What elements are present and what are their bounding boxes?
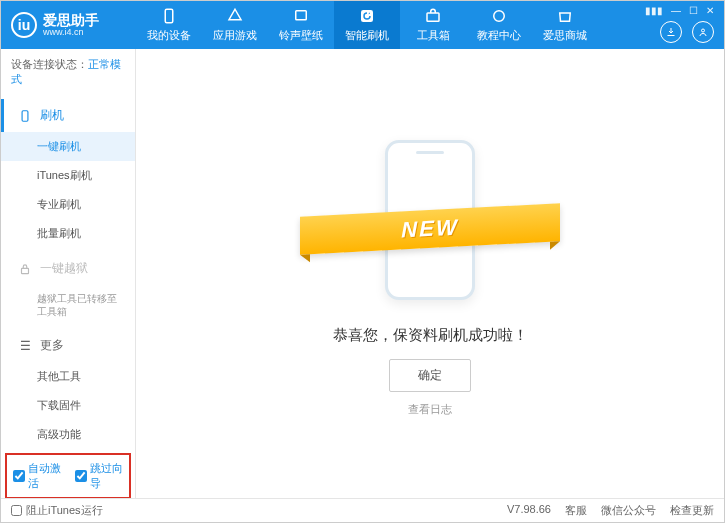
sidebar-flash-section: 刷机 一键刷机 iTunes刷机 专业刷机 批量刷机 [1, 99, 135, 248]
success-illustration: NEW [330, 130, 530, 310]
apps-icon [226, 7, 244, 25]
store-icon [556, 7, 574, 25]
skip-guide-checkbox[interactable]: 跳过向导 [75, 461, 123, 491]
maximize-icon[interactable]: ☐ [689, 5, 698, 16]
stop-itunes-checkbox[interactable]: 阻止iTunes运行 [11, 503, 103, 518]
sidebar-jailbreak-section: 一键越狱 越狱工具已转移至工具箱 [1, 252, 135, 325]
download-icon[interactable] [660, 21, 682, 43]
menu-icon[interactable]: ▮▮▮ [645, 5, 663, 16]
confirm-button[interactable]: 确定 [389, 359, 471, 392]
logo-icon: iu [11, 12, 37, 38]
view-log-link[interactable]: 查看日志 [408, 402, 452, 417]
ribbon-text: NEW [401, 214, 458, 243]
user-icon[interactable] [692, 21, 714, 43]
nav-store[interactable]: 爱思商城 [532, 1, 598, 49]
nav-toolbox[interactable]: 工具箱 [400, 1, 466, 49]
svg-rect-6 [22, 110, 28, 121]
new-ribbon: NEW [300, 203, 560, 255]
nav-flash[interactable]: 智能刷机 [334, 1, 400, 49]
app-header: iu 爱思助手 www.i4.cn 我的设备 应用游戏 铃声壁纸 智能刷机 工具… [1, 1, 724, 49]
sidebar-flash-itunes[interactable]: iTunes刷机 [1, 161, 135, 190]
footer-right: V7.98.66 客服 微信公众号 检查更新 [507, 503, 714, 518]
nav-tutorial[interactable]: 教程中心 [466, 1, 532, 49]
window-controls: ▮▮▮ — ☐ ✕ [641, 1, 718, 20]
stop-itunes-input[interactable] [11, 505, 22, 516]
svg-rect-0 [165, 9, 173, 23]
tutorial-icon [490, 7, 508, 25]
svg-rect-1 [296, 11, 307, 20]
menu-icon: ☰ [18, 339, 32, 353]
svg-rect-4 [494, 11, 505, 22]
sidebar-flash-oneclick[interactable]: 一键刷机 [1, 132, 135, 161]
header-right [660, 21, 714, 43]
skip-guide-input[interactable] [75, 470, 87, 482]
options-highlight: 自动激活 跳过向导 [5, 453, 131, 498]
success-message: 恭喜您，保资料刷机成功啦！ [333, 326, 528, 345]
sidebar-more-section: ☰ 更多 其他工具 下载固件 高级功能 [1, 329, 135, 449]
footer-update[interactable]: 检查更新 [670, 503, 714, 518]
toolbox-icon [424, 7, 442, 25]
nav-device[interactable]: 我的设备 [136, 1, 202, 49]
logo: iu 爱思助手 www.i4.cn [1, 12, 136, 38]
svg-rect-2 [361, 10, 373, 22]
top-nav: 我的设备 应用游戏 铃声壁纸 智能刷机 工具箱 教程中心 爱思商城 [136, 1, 598, 49]
footer-wechat[interactable]: 微信公众号 [601, 503, 656, 518]
svg-point-5 [702, 29, 705, 32]
phone-icon [160, 7, 178, 25]
app-url: www.i4.cn [43, 27, 99, 38]
auto-activate-input[interactable] [13, 470, 25, 482]
sidebar-flash-batch[interactable]: 批量刷机 [1, 219, 135, 248]
close-icon[interactable]: ✕ [706, 5, 714, 16]
sidebar-more-firmware[interactable]: 下载固件 [1, 391, 135, 420]
svg-rect-3 [427, 13, 439, 21]
minimize-icon[interactable]: — [671, 5, 681, 16]
app-name: 爱思助手 [43, 13, 99, 27]
sidebar-jailbreak-note: 越狱工具已转移至工具箱 [1, 285, 135, 325]
sidebar-more-advanced[interactable]: 高级功能 [1, 420, 135, 449]
refresh-icon [358, 7, 376, 25]
svg-rect-7 [22, 268, 29, 273]
sidebar-jailbreak-head[interactable]: 一键越狱 [1, 252, 135, 285]
connection-status: 设备连接状态：正常模式 [1, 49, 135, 95]
sidebar-more-other[interactable]: 其他工具 [1, 362, 135, 391]
wallpaper-icon [292, 7, 310, 25]
lock-icon [18, 262, 32, 276]
main-content: NEW 恭喜您，保资料刷机成功啦！ 确定 查看日志 [136, 49, 724, 498]
sidebar-more-head[interactable]: ☰ 更多 [1, 329, 135, 362]
sidebar-flash-head[interactable]: 刷机 [1, 99, 135, 132]
main-layout: 设备连接状态：正常模式 刷机 一键刷机 iTunes刷机 专业刷机 批量刷机 一… [1, 49, 724, 498]
footer-support[interactable]: 客服 [565, 503, 587, 518]
sidebar: 设备连接状态：正常模式 刷机 一键刷机 iTunes刷机 专业刷机 批量刷机 一… [1, 49, 136, 498]
auto-activate-checkbox[interactable]: 自动激活 [13, 461, 61, 491]
footer: 阻止iTunes运行 V7.98.66 客服 微信公众号 检查更新 [1, 498, 724, 522]
sidebar-flash-pro[interactable]: 专业刷机 [1, 190, 135, 219]
nav-wallpaper[interactable]: 铃声壁纸 [268, 1, 334, 49]
nav-apps[interactable]: 应用游戏 [202, 1, 268, 49]
footer-version: V7.98.66 [507, 503, 551, 518]
phone-icon [18, 109, 32, 123]
